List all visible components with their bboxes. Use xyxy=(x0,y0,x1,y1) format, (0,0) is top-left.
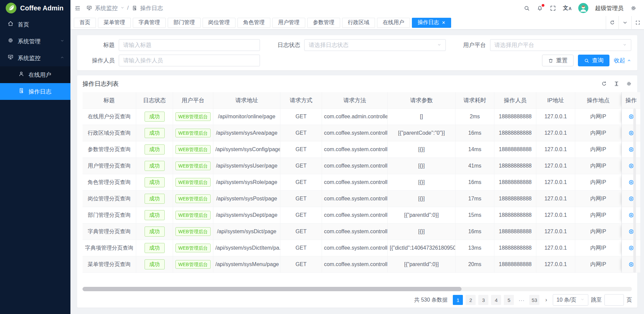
cell-actions xyxy=(622,207,640,224)
status-badge: 成功 xyxy=(145,128,165,138)
chevron-up-icon xyxy=(60,55,64,61)
username[interactable]: 超级管理员 xyxy=(595,4,624,12)
cell-request-method: GET xyxy=(280,125,322,141)
pagination-next-button[interactable]: › xyxy=(542,295,550,305)
tabs-strip: 首页菜单管理字典管理部门管理岗位管理角色管理用户管理参数管理行政区域在线用户操作… xyxy=(70,16,606,29)
cell-operator: 18888888888 xyxy=(494,224,536,240)
cell-operator: 18888888888 xyxy=(494,207,536,224)
table-header-bar: 操作日志列表 xyxy=(83,75,632,92)
filter-log-status: 日志状态 请选择日志状态 xyxy=(269,39,445,51)
cell-request-params: [{"dictId":140647326180950... xyxy=(388,240,455,256)
pagination-total: 共 530 条数据 xyxy=(414,297,448,304)
pagination-page-53[interactable]: 53 xyxy=(529,295,539,305)
gear-icon xyxy=(7,37,14,45)
log-status-select[interactable]: 请选择日志状态 xyxy=(304,39,445,51)
maximize-content-icon[interactable] xyxy=(631,16,644,29)
close-tab-icon[interactable]: ✕ xyxy=(442,20,445,25)
cell-operator: 18888888888 xyxy=(494,256,536,273)
tab-菜单管理[interactable]: 菜单管理 xyxy=(98,18,131,28)
tab-label: 行政区域 xyxy=(348,19,369,26)
cell-request-params: [{}] xyxy=(388,224,455,240)
sidebar-item-gear[interactable]: 系统管理 xyxy=(0,33,70,50)
filter-operator: 操作人员 xyxy=(83,55,260,66)
horizontal-scrollbar-thumb[interactable] xyxy=(83,287,462,291)
cell-actions xyxy=(622,158,640,174)
main-area: 系统监控 / 操作日志 文A 超级管理员 xyxy=(70,0,644,314)
cell-log-status: 成功 xyxy=(136,109,173,125)
table-row: 字典管理分页查询成功WEB管理后台/api/system/sysDict/pag… xyxy=(83,224,640,240)
sidebar-subitem-log[interactable]: 操作日志 xyxy=(0,83,70,100)
cell-user-platform: WEB管理后台 xyxy=(173,224,213,240)
cell-user-platform: WEB管理后台 xyxy=(173,158,213,174)
sidebar-subitem-user[interactable]: 在线用户 xyxy=(0,66,70,83)
cell-log-status: 成功 xyxy=(136,174,173,191)
tab-岗位管理[interactable]: 岗位管理 xyxy=(203,18,235,28)
breadcrumb-parent[interactable]: 系统监控 xyxy=(95,4,118,12)
operator-input[interactable] xyxy=(123,57,256,64)
search-icon[interactable] xyxy=(524,5,530,11)
settings-gear-icon[interactable] xyxy=(630,5,637,11)
tab-角色管理[interactable]: 角色管理 xyxy=(237,18,270,28)
vertical-scrollbar[interactable] xyxy=(633,109,636,273)
cell-request-function: com.coffee.system.controlle... xyxy=(322,174,388,191)
jump-to-page-input[interactable] xyxy=(604,294,624,306)
horizontal-scrollbar-track[interactable] xyxy=(83,287,632,291)
cell-ip-address: 127.0.0.1 xyxy=(536,125,575,141)
cell-operator: 18888888888 xyxy=(494,109,536,125)
topbar-right: 文A 超级管理员 xyxy=(524,3,637,13)
notification-bell-icon[interactable] xyxy=(537,5,543,11)
pagination-page-3[interactable]: 3 xyxy=(478,295,488,305)
cell-actions xyxy=(622,191,640,207)
cell-request-function: com.coffee.system.controlle... xyxy=(322,191,388,207)
language-icon[interactable]: 文A xyxy=(563,5,572,11)
pagination-page-2[interactable]: 2 xyxy=(466,295,476,305)
pagination-page-4[interactable]: 4 xyxy=(491,295,501,305)
cell-request-url: /api/system/sysDept/page xyxy=(213,207,280,224)
cell-request-function: com.coffee.system.controlle... xyxy=(322,240,388,256)
collapse-filters-link[interactable]: 收起 xyxy=(614,57,631,64)
search-button[interactable]: 查询 xyxy=(578,55,609,66)
fullscreen-icon[interactable] xyxy=(550,5,556,11)
cell-request-function: com.coffee.system.controlle... xyxy=(322,207,388,224)
cell-title: 部门管理分页查询 xyxy=(83,207,136,224)
tab-行政区域[interactable]: 行政区域 xyxy=(342,18,375,28)
sidebar-subitem-label: 在线用户 xyxy=(29,71,64,79)
tab-操作日志[interactable]: 操作日志✕ xyxy=(412,18,451,28)
status-badge: 成功 xyxy=(145,144,165,154)
pagination-page-1[interactable]: 1 xyxy=(453,295,463,305)
refresh-table-icon[interactable] xyxy=(601,81,607,87)
tab-首页[interactable]: 首页 xyxy=(74,18,96,28)
reset-button[interactable]: 重置 xyxy=(542,55,574,66)
cell-request-function: com.coffee.system.controlle... xyxy=(322,125,388,141)
cell-request-url: /api/system/sysPost/page xyxy=(213,191,280,207)
cell-request-params: [{"parentId":0}] xyxy=(388,256,455,273)
tab-用户管理[interactable]: 用户管理 xyxy=(272,18,305,28)
chevron-down-icon[interactable] xyxy=(120,5,124,11)
sidebar-item-label: 系统监控 xyxy=(18,54,56,62)
sidebar-item-home[interactable]: 首页 xyxy=(0,16,70,33)
tab-在线用户[interactable]: 在线用户 xyxy=(377,18,410,28)
table-row: 岗位管理分页查询成功WEB管理后台/api/system/sysPost/pag… xyxy=(83,191,640,207)
tab-参数管理[interactable]: 参数管理 xyxy=(307,18,340,28)
operator-label: 操作人员 xyxy=(83,57,119,64)
app-root: Coffee Admin 首页系统管理系统监控在线用户操作日志 系统监控 / 操… xyxy=(0,0,644,314)
column-header-6: 请求方法 xyxy=(322,92,388,109)
column-settings-gear-icon[interactable] xyxy=(626,81,632,87)
row-density-icon[interactable] xyxy=(613,81,620,87)
avatar[interactable] xyxy=(578,3,588,13)
cell-user-platform: WEB管理后台 xyxy=(173,240,213,256)
cell-ip-address: 127.0.0.1 xyxy=(536,174,575,191)
topbar-left: 系统监控 / 操作日志 xyxy=(74,4,163,12)
pagination-page-5[interactable]: 5 xyxy=(504,295,514,305)
title-input[interactable] xyxy=(123,42,256,49)
tab-options-chevron-icon[interactable] xyxy=(619,16,631,29)
cell-request-time: 13ms xyxy=(455,240,494,256)
tab-部门管理[interactable]: 部门管理 xyxy=(168,18,201,28)
sidebar-item-monitor[interactable]: 系统监控 xyxy=(0,50,70,66)
user-platform-select[interactable]: 请选择用户平台 xyxy=(490,39,631,51)
collapse-sidebar-icon[interactable] xyxy=(74,5,81,11)
page-size-select[interactable]: 10 条/页 xyxy=(553,294,588,306)
refresh-tab-icon[interactable] xyxy=(606,16,619,29)
cell-request-params: [{"parentId":0}] xyxy=(388,207,455,224)
tab-字典管理[interactable]: 字典管理 xyxy=(133,18,166,28)
